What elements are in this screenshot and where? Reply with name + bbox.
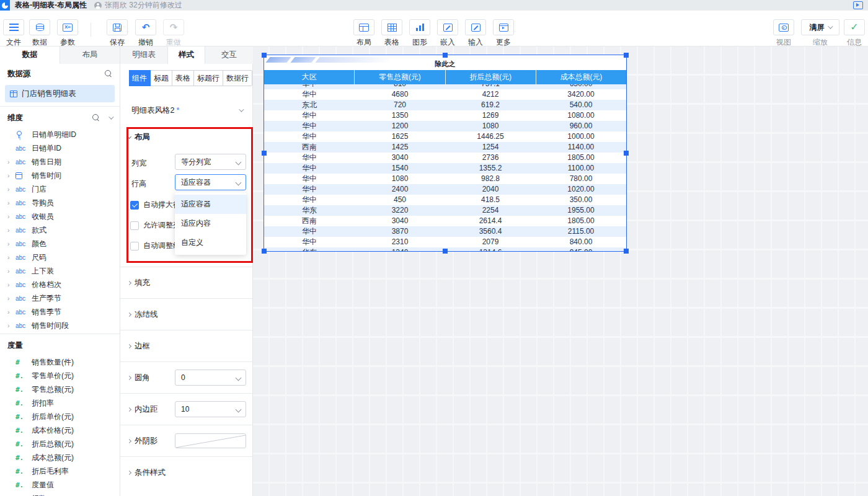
expand-chevron-icon[interactable]: › — [7, 268, 16, 275]
preview-icon[interactable] — [853, 1, 863, 9]
menu-option[interactable]: 适应容器 — [175, 195, 246, 214]
selection-handle[interactable] — [262, 249, 267, 254]
dimension-item[interactable]: › abc 销售季节 — [0, 305, 120, 319]
row-height-select[interactable]: 适应容器 — [175, 174, 246, 190]
segment-button[interactable]: 标题 — [151, 70, 172, 86]
tab-detail-table[interactable]: 明细表 — [120, 46, 168, 64]
measure-item[interactable]: #. 零售总额(元) — [0, 383, 120, 396]
style-preset-selector[interactable]: 明细表风格2 * — [131, 101, 242, 120]
selection-handle[interactable] — [624, 151, 629, 156]
measure-item[interactable]: #. 度量值 — [0, 478, 120, 492]
selection-handle[interactable] — [624, 53, 629, 58]
dimension-item[interactable]: › abc 导购员 — [0, 196, 120, 210]
measure-item[interactable]: #. 零售单价(元) — [0, 369, 120, 383]
dimension-item[interactable]: abc 日销单ID — [0, 141, 120, 155]
undo-button[interactable]: ↶ 撤销 — [132, 19, 159, 48]
dimension-item[interactable]: › abc 尺码 — [0, 250, 120, 264]
layout-button[interactable]: 布局 — [350, 19, 378, 48]
search-icon[interactable] — [105, 70, 112, 78]
measure-item[interactable]: #. 行数 — [0, 492, 120, 496]
dimension-item[interactable]: › abc 销售日期 — [0, 155, 120, 169]
chevron-down-icon[interactable] — [108, 114, 113, 119]
expand-chevron-icon[interactable]: › — [7, 309, 16, 316]
dimension-item[interactable]: › 销售时间 — [0, 169, 120, 182]
file-button[interactable]: 文件 — [0, 19, 27, 48]
design-canvas[interactable]: 除此之 大区 零售总额(元) 折后总额(元) 成本总额(元) 华中 810 75… — [253, 46, 868, 496]
checkbox-unchecked[interactable] — [130, 242, 139, 250]
info-button[interactable]: ✓ 信息 — [843, 19, 866, 48]
dimension-item[interactable]: › abc 生产季节 — [0, 291, 120, 305]
dimension-item[interactable]: › abc 颜色 — [0, 237, 120, 250]
measure-item[interactable]: #. 成本总额(元) — [0, 451, 120, 464]
more-button[interactable]: 更多 — [490, 19, 517, 48]
checkbox-unchecked[interactable] — [130, 221, 139, 230]
segment-button[interactable]: 数据行 — [223, 70, 252, 86]
section-fill[interactable]: 填充 — [120, 267, 252, 298]
dimension-item[interactable]: › abc 价格档次 — [0, 278, 120, 291]
measure-item[interactable]: #. 折后总额(元) — [0, 437, 120, 451]
section-conditional-style[interactable]: 条件样式 — [120, 456, 252, 488]
expand-chevron-icon[interactable]: › — [7, 159, 16, 166]
collapsed-sections: 填充 冻结线 边框 圆角 0 内边距 10 外阴影 条件样式 — [120, 267, 252, 488]
expand-chevron-icon[interactable]: › — [7, 213, 16, 220]
selection-handle[interactable] — [443, 249, 448, 254]
chart-button[interactable]: 图形 — [406, 19, 433, 48]
measure-item[interactable]: #. 成本价格(元) — [0, 423, 120, 437]
dimension-item[interactable]: › abc 款式 — [0, 223, 120, 237]
expand-chevron-icon[interactable]: › — [7, 254, 16, 261]
table-button[interactable]: 表格 — [378, 19, 405, 48]
menu-option[interactable]: 自定义 — [175, 233, 246, 252]
section-outer-shadow[interactable]: 外阴影 — [120, 425, 252, 456]
layout-section-header[interactable]: 布局 — [128, 132, 150, 143]
view-button[interactable]: 视图 — [770, 19, 797, 48]
tab-interaction[interactable]: 交互 — [205, 46, 253, 64]
search-icon[interactable] — [92, 114, 100, 122]
expand-chevron-icon[interactable]: › — [7, 295, 16, 302]
selection-handle[interactable] — [624, 249, 629, 254]
expand-chevron-icon[interactable]: › — [7, 186, 16, 193]
section-border[interactable]: 边框 — [120, 330, 252, 361]
datasource-item[interactable]: 门店销售明细表 — [5, 85, 115, 102]
dimension-item[interactable]: › abc 上下装 — [0, 264, 120, 278]
segment-button[interactable]: 组件 — [129, 70, 151, 86]
expand-chevron-icon[interactable]: › — [7, 322, 16, 329]
expand-chevron-icon[interactable]: › — [7, 200, 16, 206]
tab-layout[interactable]: 布局 — [60, 46, 120, 64]
expand-chevron-icon[interactable]: › — [7, 281, 16, 288]
selection-handle[interactable] — [262, 151, 267, 156]
detail-table-widget[interactable]: 除此之 大区 零售总额(元) 折后总额(元) 成本总额(元) 华中 810 75… — [264, 55, 627, 252]
section-padding[interactable]: 内边距 10 — [120, 393, 252, 425]
dimension-item[interactable]: › abc 销售时间段 — [0, 319, 120, 332]
col-width-select[interactable]: 等分列宽 — [175, 154, 246, 170]
section-corner-radius[interactable]: 圆角 0 — [120, 361, 252, 393]
embed-button[interactable]: 嵌入 — [434, 19, 461, 48]
measure-item[interactable]: # 销售数量(件) — [0, 355, 120, 369]
checkbox-checked[interactable] — [130, 201, 139, 210]
selection-handle[interactable] — [262, 53, 267, 58]
corner-radius-select[interactable]: 0 — [175, 370, 246, 386]
data-button[interactable]: 数据 — [26, 19, 53, 48]
tab-style[interactable]: 样式 — [168, 46, 205, 64]
save-button[interactable]: 保存 — [104, 19, 131, 48]
section-freeze-line[interactable]: 冻结线 — [120, 298, 252, 330]
dimension-item[interactable]: › abc 收银员 — [0, 210, 120, 223]
zoom-select[interactable]: 满屏 缩放 — [799, 19, 842, 48]
segment-button[interactable]: 表格 — [172, 70, 194, 86]
selection-handle[interactable] — [443, 53, 448, 58]
padding-select[interactable]: 10 — [175, 401, 246, 417]
input-button[interactable]: 输入 — [462, 19, 489, 48]
redo-button[interactable]: ↷ 重做 — [160, 19, 187, 48]
dimension-item[interactable]: 日销单明细ID — [0, 128, 120, 141]
menu-option[interactable]: 适应内容 — [175, 214, 246, 233]
expand-chevron-icon[interactable]: › — [7, 227, 16, 234]
measure-item[interactable]: #. 折后单价(元) — [0, 410, 120, 423]
param-button[interactable]: X= 参数 — [54, 19, 81, 48]
measure-item[interactable]: #. 折扣率 — [0, 396, 120, 410]
tab-data[interactable]: 数据 — [0, 46, 60, 64]
expand-chevron-icon[interactable]: › — [7, 241, 16, 247]
segment-button[interactable]: 标题行 — [194, 70, 223, 86]
shadow-picker[interactable] — [175, 433, 246, 448]
measure-item[interactable]: #. 折后毛利率 — [0, 464, 120, 478]
dimension-item[interactable]: › abc 门店 — [0, 182, 120, 196]
expand-chevron-icon[interactable]: › — [7, 172, 16, 179]
